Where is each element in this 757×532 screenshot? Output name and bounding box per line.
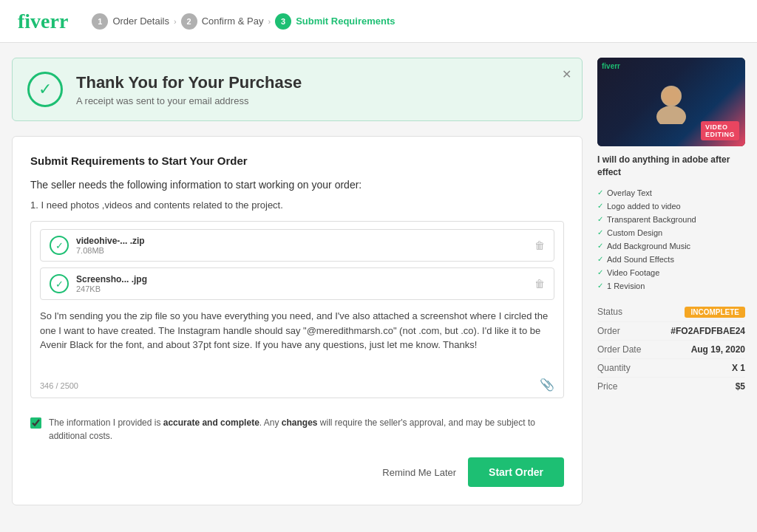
breadcrumb-step-2: 2 Confirm & Pay <box>181 13 264 30</box>
banner-subtitle: A receipt was sent to your email address <box>76 95 302 106</box>
file-name-2: Screensho... .jpg <box>76 274 527 284</box>
check-icon-0: ✓ <box>597 188 603 197</box>
file-item-2: ✓ Screensho... .jpg 247KB 🗑 <box>40 267 554 300</box>
svg-point-1 <box>656 106 686 124</box>
step-circle-2: 2 <box>181 13 197 30</box>
file-delete-icon-2[interactable]: 🗑 <box>534 278 545 290</box>
accuracy-check-section: The information I provided is accurate a… <box>30 410 564 443</box>
fiverr-logo: fiverr <box>18 10 68 33</box>
feature-item-6: ✓Video Footage <box>597 266 745 279</box>
feature-item-1: ✓Logo added to video <box>597 200 745 213</box>
file-info-2: Screensho... .jpg 247KB <box>76 274 527 293</box>
feature-label-3: Custom Design <box>607 228 662 237</box>
feature-label-5: Add Sound Effects <box>607 255 674 264</box>
feature-item-7: ✓1 Revision <box>597 279 745 293</box>
video-editing-badge: VIDEOEDITING <box>701 121 739 140</box>
thank-you-icon: ✓ <box>27 72 63 107</box>
order-date-row: Order Date Aug 19, 2020 <box>597 341 745 359</box>
order-label: Order <box>597 326 620 336</box>
step-label-3: Submit Requirements <box>296 16 395 27</box>
price-label: Price <box>597 381 617 392</box>
seller-avatar-svg <box>649 80 693 124</box>
char-count: 346 / 2500 <box>40 381 78 390</box>
check-icon-7: ✓ <box>597 282 603 290</box>
svg-point-2 <box>662 87 680 105</box>
main-content: ✓ Thank You for Your Purchase A receipt … <box>0 43 757 520</box>
feature-label-2: Transparent Background <box>607 215 696 224</box>
qty-value: X 1 <box>732 363 745 373</box>
textarea-section: ✓ videohive-... .zip 7.08MB 🗑 ✓ Screensh… <box>30 221 564 398</box>
remind-me-later-button[interactable]: Remind Me Later <box>382 467 456 478</box>
textarea-body[interactable]: So I'm sending you the zip file so you h… <box>40 309 554 368</box>
accuracy-checkbox[interactable] <box>30 417 41 429</box>
checkmark-icon: ✓ <box>38 80 52 99</box>
accuracy-bold-1: accurate and complete <box>163 417 259 428</box>
submit-heading: Submit Requirements to Start Your Order <box>30 154 564 167</box>
close-icon[interactable]: ✕ <box>562 67 571 81</box>
step-circle-3: 3 <box>275 13 291 30</box>
thank-you-text: Thank You for Your Purchase A receipt wa… <box>76 73 302 106</box>
feature-item-4: ✓Add Background Music <box>597 239 745 253</box>
order-status-row: Status INCOMPLETE <box>597 303 745 322</box>
form-actions: Remind Me Later Start Order <box>30 457 564 487</box>
date-value: Aug 19, 2020 <box>691 344 745 355</box>
feature-item-3: ✓Custom Design <box>597 226 745 239</box>
right-column: fiverr VIDEOEDITING I will do anything i… <box>597 58 745 505</box>
submit-requirements-box: Submit Requirements to Start Your Order … <box>12 136 583 505</box>
thank-you-banner: ✓ Thank You for Your Purchase A receipt … <box>12 58 583 121</box>
features-list: ✓Overlay Text ✓Logo added to video ✓Tran… <box>597 186 745 293</box>
fiverr-watermark: fiverr <box>602 62 620 70</box>
feature-item-2: ✓Transparent Background <box>597 213 745 226</box>
breadcrumb: 1 Order Details › 2 Confirm & Pay › 3 Su… <box>92 13 395 30</box>
order-number-row: Order #FO2AFDFBAE24 <box>597 322 745 341</box>
check-icon-3: ✓ <box>597 228 603 236</box>
status-label: Status <box>597 307 622 317</box>
file-check-icon-2: ✓ <box>50 274 69 293</box>
check-icon-4: ✓ <box>597 242 603 250</box>
breadcrumb-step-3: 3 Submit Requirements <box>275 13 395 30</box>
breadcrumb-step-1: 1 Order Details <box>92 13 169 30</box>
file-list: ✓ videohive-... .zip 7.08MB 🗑 ✓ Screensh… <box>40 229 554 300</box>
file-size-2: 247KB <box>76 284 527 293</box>
check-icon-5: ✓ <box>597 255 603 263</box>
feature-label-0: Overlay Text <box>607 188 652 197</box>
breadcrumb-arrow-1: › <box>174 17 177 26</box>
banner-title: Thank You for Your Purchase <box>76 73 302 92</box>
breadcrumb-arrow-2: › <box>268 17 271 26</box>
header: fiverr 1 Order Details › 2 Confirm & Pay… <box>0 0 757 43</box>
price-row: Price $5 <box>597 378 745 395</box>
feature-item-0: ✓Overlay Text <box>597 186 745 200</box>
step-circle-1: 1 <box>92 13 108 30</box>
order-info: Status INCOMPLETE Order #FO2AFDFBAE24 Or… <box>597 303 745 395</box>
qty-label: Quantity <box>597 363 631 373</box>
order-value: #FO2AFDFBAE24 <box>671 326 745 336</box>
accuracy-bold-2: changes <box>282 417 318 428</box>
status-badge: INCOMPLETE <box>685 307 745 318</box>
seller-needs-text: The seller needs the following informati… <box>30 179 564 191</box>
check-icon-1: ✓ <box>597 202 603 210</box>
accuracy-label: The information I provided is accurate a… <box>49 416 564 443</box>
seller-image-placeholder: fiverr VIDEOEDITING <box>597 58 745 146</box>
date-label: Order Date <box>597 344 641 355</box>
feature-item-5: ✓Add Sound Effects <box>597 253 745 266</box>
attachment-icon[interactable]: 📎 <box>540 378 554 392</box>
seller-image: fiverr VIDEOEDITING <box>597 58 745 146</box>
feature-label-6: Video Footage <box>607 268 659 277</box>
file-check-icon-1: ✓ <box>50 236 69 255</box>
check-icon-6: ✓ <box>597 268 603 276</box>
price-value: $5 <box>736 381 745 392</box>
file-info-1: videohive-... .zip 7.08MB <box>76 236 527 255</box>
feature-label-7: 1 Revision <box>607 282 645 290</box>
file-item-1: ✓ videohive-... .zip 7.08MB 🗑 <box>40 229 554 262</box>
step-label-1: Order Details <box>112 16 169 27</box>
check-icon-2: ✓ <box>597 215 603 223</box>
file-delete-icon-1[interactable]: 🗑 <box>534 239 545 251</box>
requirement-item: 1. I need photos ,videos and contents re… <box>30 200 564 211</box>
feature-label-1: Logo added to video <box>607 202 681 211</box>
feature-label-4: Add Background Music <box>607 242 690 250</box>
left-column: ✓ Thank You for Your Purchase A receipt … <box>12 58 583 505</box>
start-order-button[interactable]: Start Order <box>468 457 564 487</box>
quantity-row: Quantity X 1 <box>597 359 745 378</box>
file-name-1: videohive-... .zip <box>76 236 527 246</box>
step-label-2: Confirm & Pay <box>202 16 264 27</box>
